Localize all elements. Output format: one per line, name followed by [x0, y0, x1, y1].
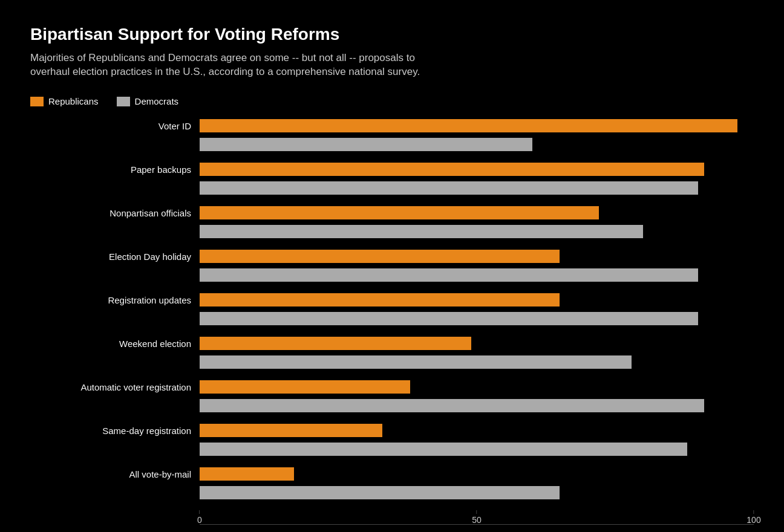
bar-fill-dem: [200, 399, 704, 412]
bar-label: Nonpartisan officials: [30, 208, 200, 218]
bar-fill-dem: [200, 138, 532, 151]
bar-track-rep: [200, 119, 754, 132]
bar-label: All vote-by-mail: [30, 469, 200, 479]
legend: Republicans Democrats: [30, 96, 754, 106]
bar-row-dem: [30, 267, 754, 284]
bar-fill-dem: [200, 443, 687, 456]
bar-row-dem: [30, 180, 754, 196]
bar-track-dem: [200, 399, 754, 412]
bar-group: Paper backups: [30, 161, 754, 202]
x-axis: 050100: [30, 508, 754, 525]
bar-row-rep: Paper backups: [30, 161, 754, 178]
bar-track-rep: [200, 163, 754, 176]
bar-fill-rep: [200, 163, 704, 176]
bar-row-dem: [30, 484, 754, 501]
bar-group: Voter ID: [30, 117, 754, 158]
bar-fill-dem: [200, 268, 698, 282]
bar-fill-rep: [200, 206, 599, 219]
legend-item-republicans: Republicans: [30, 96, 99, 106]
x-tick: 100: [746, 510, 760, 525]
x-tick: 0: [197, 510, 202, 525]
bar-track-rep: [200, 380, 754, 394]
bar-label: Registration updates: [30, 295, 200, 305]
bar-fill-rep: [200, 293, 560, 307]
bar-row-rep: All vote-by-mail: [30, 465, 754, 482]
chart-title: Bipartisan Support for Voting Reforms: [30, 24, 754, 45]
bar-track-rep: [200, 337, 754, 350]
bar-fill-rep: [200, 119, 737, 132]
bar-track-rep: [200, 467, 754, 481]
bar-fill-rep: [200, 467, 294, 481]
bar-label: Same-day registration: [30, 426, 200, 436]
bar-row-rep: Same-day registration: [30, 422, 754, 439]
bar-track-rep: [200, 424, 754, 437]
bar-label: Election Day holiday: [30, 251, 200, 262]
bar-track-dem: [200, 138, 754, 151]
bar-fill-dem: [200, 181, 698, 195]
bar-track-dem: [200, 268, 754, 282]
bar-track-rep: [200, 293, 754, 307]
bar-fill-rep: [200, 380, 410, 394]
bar-track-dem: [200, 486, 754, 499]
bar-row-dem: [30, 354, 754, 371]
bar-fill-rep: [200, 424, 382, 437]
bar-group: Weekend election: [30, 335, 754, 376]
bar-label: Weekend election: [30, 339, 200, 349]
bar-row-rep: Nonpartisan officials: [30, 204, 754, 221]
bar-label: Voter ID: [30, 121, 200, 131]
bar-label: Automatic voter registration: [30, 382, 200, 392]
bar-group: Election Day holiday: [30, 248, 754, 289]
bar-label: Paper backups: [30, 164, 200, 175]
bar-row-rep: Election Day holiday: [30, 248, 754, 265]
bar-track-rep: [200, 206, 754, 219]
bar-group: Registration updates: [30, 291, 754, 332]
bar-row-rep: Weekend election: [30, 335, 754, 352]
bar-row-dem: [30, 310, 754, 327]
bar-row-rep: Registration updates: [30, 291, 754, 308]
bar-group: All vote-by-mail: [30, 465, 754, 503]
bar-track-dem: [200, 355, 754, 369]
chart-subtitle: Majorities of Republicans and Democrats …: [30, 51, 454, 80]
bar-fill-dem: [200, 312, 698, 325]
x-tick: 50: [472, 510, 482, 525]
bar-track-rep: [200, 250, 754, 263]
bar-fill-dem: [200, 225, 643, 238]
bar-fill-rep: [200, 337, 471, 350]
bar-row-rep: Voter ID: [30, 117, 754, 134]
legend-swatch-republicans: [30, 97, 44, 106]
bar-fill-rep: [200, 250, 560, 263]
bar-track-dem: [200, 443, 754, 456]
legend-label-republicans: Republicans: [48, 96, 99, 106]
bar-track-dem: [200, 225, 754, 238]
bar-row-dem: [30, 441, 754, 458]
bar-track-dem: [200, 181, 754, 195]
bar-row-dem: [30, 397, 754, 414]
bar-row-dem: [30, 223, 754, 240]
bar-row-rep: Automatic voter registration: [30, 378, 754, 395]
bar-track-dem: [200, 312, 754, 325]
legend-item-democrats: Democrats: [117, 96, 179, 106]
bar-group: Nonpartisan officials: [30, 204, 754, 245]
bar-group: Same-day registration: [30, 422, 754, 463]
chart-area: Voter IDPaper backupsNonpartisan officia…: [30, 117, 754, 503]
legend-label-democrats: Democrats: [135, 96, 179, 106]
bar-group: Automatic voter registration: [30, 378, 754, 420]
bar-fill-dem: [200, 486, 560, 499]
bar-row-dem: [30, 136, 754, 153]
legend-swatch-democrats: [117, 97, 130, 106]
bar-fill-dem: [200, 355, 632, 369]
